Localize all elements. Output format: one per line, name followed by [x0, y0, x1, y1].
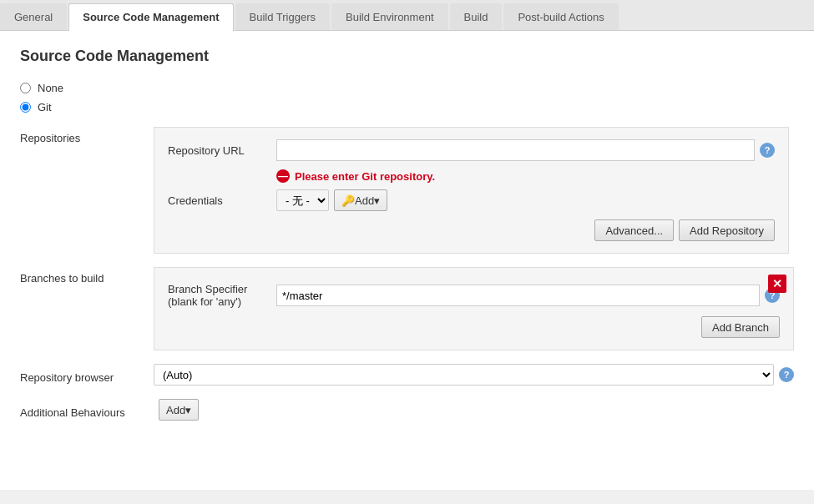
scm-git-label[interactable]: Git — [38, 101, 52, 113]
branches-content: ✕ Branch Specifier (blank for 'any') ? A… — [154, 267, 794, 350]
additional-behaviours-add-button[interactable]: Add ▾ — [159, 399, 199, 421]
tab-source-code-management[interactable]: Source Code Management — [68, 3, 233, 31]
repo-browser-help-icon[interactable]: ? — [779, 367, 794, 382]
main-content: Source Code Management None Git Reposito… — [0, 31, 814, 490]
credentials-add-button[interactable]: 🔑 Add ▾ — [334, 189, 387, 211]
scm-radio-group: None Git — [20, 82, 794, 113]
advanced-button[interactable]: Advanced... — [594, 219, 674, 241]
repo-buttons-row: Advanced... Add Repository — [168, 219, 775, 241]
add-repository-button[interactable]: Add Repository — [679, 219, 775, 241]
repo-browser-section: Repository browser (Auto) ? — [20, 364, 794, 386]
scm-none-label[interactable]: None — [38, 82, 63, 94]
tab-build-environment[interactable]: Build Environment — [331, 3, 448, 30]
repositories-label: Repositories — [20, 127, 154, 144]
repo-url-help-icon[interactable]: ? — [760, 143, 775, 158]
branch-specifier-input[interactable] — [276, 285, 760, 306]
scm-none-radio[interactable] — [20, 83, 31, 93]
tab-bar: General Source Code Management Build Tri… — [0, 0, 814, 31]
tab-post-build-actions[interactable]: Post-build Actions — [503, 3, 618, 30]
repo-url-row: Repository URL ? — [168, 139, 775, 161]
scm-git-radio[interactable] — [20, 102, 31, 113]
branch-specifier-row: Branch Specifier (blank for 'any') ? — [168, 283, 780, 308]
repo-browser-select[interactable]: (Auto) — [154, 364, 774, 386]
repo-browser-label: Repository browser — [20, 366, 154, 384]
add-behaviours-label: Add — [166, 404, 185, 416]
repositories-content: Repository URL ? — Please enter Git repo… — [154, 127, 789, 254]
close-branch-button[interactable]: ✕ — [768, 275, 786, 293]
scm-git-option: Git — [20, 101, 794, 113]
add-arrow-icon: ▾ — [374, 194, 380, 207]
add-behaviours-arrow-icon: ▾ — [185, 404, 191, 416]
tab-general[interactable]: General — [0, 3, 67, 30]
branches-section: Branches to build ✕ Branch Specifier (bl… — [20, 267, 794, 350]
credentials-label: Credentials — [168, 194, 276, 207]
additional-behaviours-section: Additional Behaviours Add ▾ — [20, 399, 794, 421]
repo-url-error: — Please enter Git repository. — [276, 169, 775, 183]
add-branch-button[interactable]: Add Branch — [701, 316, 780, 338]
add-label: Add — [355, 194, 374, 207]
credentials-row: Credentials - 无 - 🔑 Add ▾ — [168, 189, 775, 211]
error-text: Please enter Git repository. — [295, 170, 435, 183]
repo-url-input[interactable] — [276, 139, 755, 161]
credentials-select[interactable]: - 无 - — [276, 189, 329, 211]
repositories-section: Repositories Repository URL ? — Please e… — [20, 127, 794, 254]
branches-label: Branches to build — [20, 267, 154, 285]
tab-build-triggers[interactable]: Build Triggers — [235, 3, 330, 30]
repositories-row: Repositories Repository URL ? — Please e… — [20, 127, 789, 254]
tab-build[interactable]: Build — [450, 3, 503, 30]
additional-behaviours-label: Additional Behaviours — [20, 401, 154, 419]
repo-url-label: Repository URL — [168, 144, 276, 157]
add-branch-row: Add Branch — [168, 316, 780, 338]
scm-none-option: None — [20, 82, 794, 94]
branch-specifier-label: Branch Specifier (blank for 'any') — [168, 283, 276, 308]
error-icon: — — [276, 169, 290, 183]
key-icon: 🔑 — [341, 194, 355, 207]
page-title: Source Code Management — [20, 48, 794, 65]
